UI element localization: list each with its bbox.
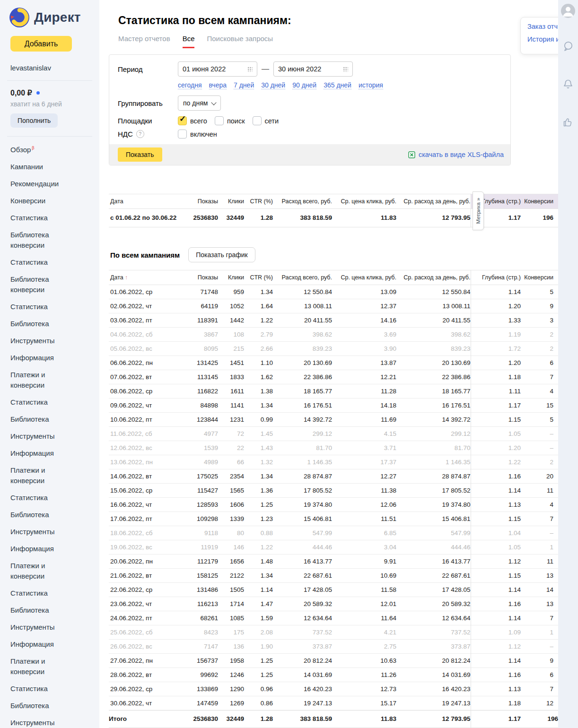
sidebar-item[interactable]: Информация [10, 449, 99, 458]
column-header[interactable]: Глубина (стр.) [471, 270, 521, 285]
sidebar-item[interactable]: Инструменты [10, 623, 99, 632]
sidebar-item[interactable]: Библиотека [10, 606, 99, 615]
show-chart-button[interactable]: Показать график [188, 247, 255, 262]
quick-range-link[interactable]: 7 дней [234, 81, 254, 89]
table-cell: 84898 [184, 399, 218, 413]
date-to-input[interactable]: 30 июня 2022 [273, 61, 353, 77]
column-header[interactable]: CTR (%) [244, 270, 273, 285]
table-cell: 146 [218, 540, 244, 555]
sidebar-item[interactable]: Инструменты [10, 527, 99, 537]
column-header[interactable]: Конверсии [521, 270, 558, 285]
table-cell: 11.38 [332, 484, 396, 498]
yandex-direct-logo[interactable]: Директ [0, 0, 99, 27]
section-title: По всем кампаниям [110, 251, 180, 259]
quick-range-link[interactable]: 90 дней [292, 81, 316, 89]
table-cell: с 01.06.22 по 30.06.22 [109, 209, 184, 227]
calendar-grid-icon[interactable] [247, 66, 253, 72]
sidebar-item[interactable]: Библиотека [10, 510, 99, 520]
table-cell: 1.22 [244, 313, 273, 328]
vat-checkbox[interactable]: включен [178, 130, 217, 139]
sidebar-item[interactable]: Статистика [10, 213, 99, 223]
table-row: 13.06.2022, пн4989661.321 146.3517.371 1… [109, 455, 558, 469]
table-cell: 1.20 [471, 299, 521, 313]
platform-checkbox[interactable]: сети [253, 116, 279, 125]
sidebar-item-label: Информация [10, 640, 99, 649]
sidebar-item[interactable]: Инструменты [10, 718, 99, 728]
sidebar-item[interactable]: Рекомендации [10, 179, 99, 189]
table-row: 25.06.2022, сб84231752.08737.524.21737.5… [109, 625, 558, 640]
sidebar-item[interactable]: Библиотека [10, 319, 99, 329]
table-cell: 11919 [184, 540, 218, 555]
table-cell: 1442 [218, 313, 244, 328]
tab[interactable]: Все [183, 35, 195, 48]
sidebar-item[interactable]: Информация [10, 544, 99, 554]
sidebar-item[interactable]: Обзорβ [10, 143, 99, 155]
sidebar-item[interactable]: Статистика [10, 589, 99, 598]
column-header[interactable]: Показы [184, 194, 218, 209]
sidebar-item[interactable]: Платежи и конверсии [10, 657, 99, 676]
sidebar-item[interactable]: Статистика [10, 258, 99, 267]
add-button[interactable]: Добавить [10, 36, 72, 52]
sidebar-item[interactable]: Информация [10, 353, 99, 363]
thumbs-up-icon[interactable] [562, 116, 574, 128]
table-row: 01.06.2022, ср717489591.3412 550.8413.09… [109, 285, 558, 299]
sidebar-item[interactable]: Статистика [10, 684, 99, 693]
column-header[interactable]: Клики [218, 194, 244, 209]
column-header[interactable]: Ср. расход за день, руб. [396, 194, 471, 209]
sidebar-item-label: Кампании [10, 162, 99, 172]
xls-download-link[interactable]: скачать в виде XLS-файла [408, 151, 504, 158]
sidebar-item[interactable]: Платежи и конверсии [10, 561, 99, 581]
group-select[interactable]: по дням [178, 95, 221, 111]
quick-range-link[interactable]: сегодня [178, 81, 202, 89]
quick-range-link[interactable]: история [359, 81, 383, 89]
sidebar-item[interactable]: Информация [10, 640, 99, 649]
column-header[interactable]: Ср. расход за день, руб. [396, 270, 471, 285]
show-button[interactable]: Показать [118, 147, 162, 162]
column-header[interactable]: CTR (%) [244, 194, 273, 209]
chat-icon[interactable] [562, 41, 574, 52]
tab[interactable]: Поисковые запросы [207, 35, 273, 47]
platform-checkbox[interactable]: всего [178, 116, 207, 125]
tab[interactable]: Мастер отчетов [118, 35, 170, 47]
summary-section: ДатаПоказыКликиCTR (%)Расход всего, руб.… [109, 194, 558, 227]
quick-range-link[interactable]: вчера [209, 81, 227, 89]
sidebar-item[interactable]: Библиотека [10, 415, 99, 424]
quick-range-link[interactable]: 30 дней [261, 81, 285, 89]
column-header[interactable]: Показы [184, 270, 218, 285]
sidebar-item[interactable]: Библиотека конверсии [10, 275, 99, 295]
sidebar-item[interactable]: Библиотека конверсии [10, 230, 99, 250]
sidebar-item[interactable]: Платежи и конверсии [10, 466, 99, 485]
calendar-grid-icon[interactable] [342, 66, 348, 72]
sidebar-item[interactable]: Статистика [10, 398, 99, 407]
sidebar-item[interactable]: Библиотека [10, 701, 99, 711]
quick-range-link[interactable]: 365 дней [324, 81, 351, 89]
topup-button[interactable]: Пополнить [10, 113, 58, 128]
table-cell: 1611 [218, 384, 244, 399]
table-cell: 20 130.69 [396, 356, 471, 370]
column-header[interactable]: Ср. цена клика, руб. [332, 194, 396, 209]
sidebar-item[interactable]: Кампании [10, 162, 99, 172]
column-header[interactable]: Расход всего, руб. [273, 270, 332, 285]
column-header[interactable]: Дата ↑ [109, 270, 184, 285]
sidebar-item-label: Рекомендации [10, 179, 99, 189]
table-cell: 11.69 [332, 413, 396, 427]
help-icon[interactable]: ? [136, 130, 144, 138]
avatar[interactable] [561, 4, 575, 18]
column-header[interactable]: Ср. цена клика, руб. [332, 270, 396, 285]
sidebar-item[interactable]: Статистика [10, 302, 99, 312]
sidebar-item[interactable]: Инструменты [10, 432, 99, 441]
sidebar-item[interactable]: Инструменты [10, 336, 99, 346]
sidebar-item[interactable]: Конверсии [10, 196, 99, 206]
column-header[interactable]: Расход всего, руб. [273, 194, 332, 209]
column-header[interactable]: Конверсии [521, 194, 558, 209]
date-from-input[interactable]: 01 июня 2022 [178, 61, 257, 77]
sidebar-item[interactable]: Статистика [10, 493, 99, 503]
sidebar-item[interactable]: Платежи и конверсии [10, 370, 99, 390]
column-header[interactable]: Клики [218, 270, 244, 285]
metrika-tab[interactable]: Метрика » [473, 191, 484, 230]
table-cell: 99692 [184, 668, 218, 682]
username[interactable]: levastanislav [10, 64, 99, 72]
platform-checkbox[interactable]: поиск [215, 116, 245, 125]
bell-icon[interactable] [562, 78, 574, 90]
column-header[interactable]: Дата [109, 194, 184, 209]
